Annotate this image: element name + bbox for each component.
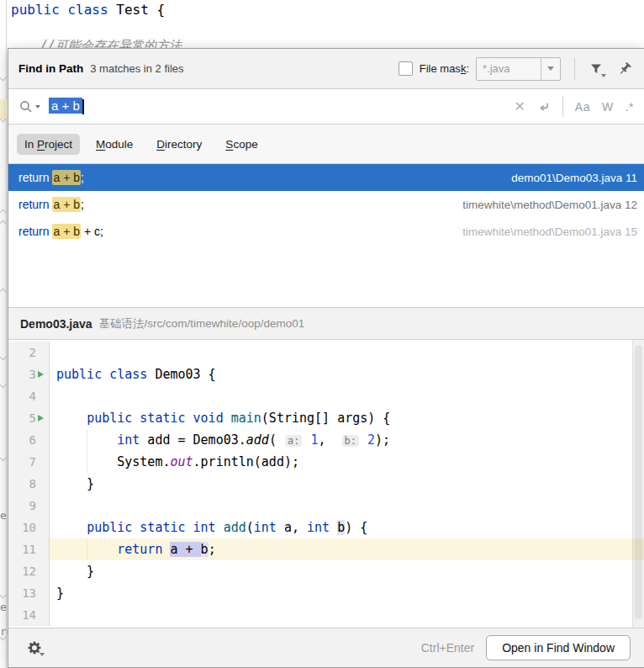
result-match-text: return a + b; bbox=[18, 171, 84, 184]
background-code-line: public class Test { bbox=[11, 1, 165, 19]
result-match-text: return a + b; bbox=[18, 198, 84, 211]
search-field-controls: ✕ Aa W .* bbox=[514, 97, 634, 117]
line-number: 9 bbox=[29, 495, 36, 517]
preview-header: Demo03.java 基础语法/src/com/timewhite/oop/d… bbox=[8, 307, 644, 340]
code-text bbox=[50, 604, 644, 626]
code-line: 11 return a + b; bbox=[8, 538, 644, 560]
result-row[interactable]: return a + b + c;timewhite\method\Demo01… bbox=[8, 218, 644, 245]
code-text: } bbox=[50, 560, 644, 582]
code-line: 10 public static int add(int a, int b) { bbox=[8, 517, 644, 538]
gutter-cell: 12 bbox=[8, 560, 50, 582]
gutter-cell: 13 bbox=[8, 582, 50, 604]
search-input[interactable]: a + b bbox=[49, 98, 84, 114]
gutter-icon-slot bbox=[38, 415, 47, 421]
line-number: 7 bbox=[29, 451, 36, 473]
text-caret bbox=[82, 99, 84, 114]
code-line: 7 System.out.println(add); bbox=[8, 451, 644, 473]
file-mask-checkbox[interactable] bbox=[399, 61, 413, 76]
preview-scrollbar[interactable] bbox=[632, 340, 644, 628]
code-text: public static int add(int a, int b) { bbox=[50, 517, 644, 538]
gear-caret-icon[interactable] bbox=[40, 653, 45, 656]
line-number: 11 bbox=[22, 538, 36, 560]
code-text: } bbox=[50, 473, 644, 495]
settings-gear-icon[interactable] bbox=[24, 637, 45, 659]
footer-right: Ctrl+Enter Open in Find Window bbox=[421, 635, 636, 660]
code-line: 6 int add = Demo03.add( a: 1, b: 2); bbox=[8, 429, 644, 451]
scope-tab-scope[interactable]: Scope bbox=[218, 134, 265, 155]
result-file-path: timewhite\method\Demo01.java 15 bbox=[462, 225, 637, 238]
gutter-cell: 2 bbox=[8, 342, 50, 363]
gutter-cell: 14 bbox=[8, 604, 50, 626]
gutter-cell: 7 bbox=[8, 451, 50, 473]
gutter-cell: 6 bbox=[8, 429, 50, 451]
combobox-arrow[interactable] bbox=[541, 58, 560, 80]
gutter-cell: 5 bbox=[8, 407, 50, 429]
code-text: } bbox=[50, 582, 644, 604]
scope-tabs: In ProjectModuleDirectoryScope bbox=[8, 125, 644, 164]
code-line: 12 } bbox=[8, 560, 644, 582]
whole-words-toggle[interactable]: W bbox=[602, 100, 614, 114]
scope-tab-directory[interactable]: Directory bbox=[149, 134, 209, 155]
code-line: 5 public static void main(String[] args)… bbox=[8, 407, 644, 429]
dialog-title: Find in Path bbox=[18, 62, 83, 75]
code-text: System.out.println(add); bbox=[50, 451, 644, 473]
background-text-fragment: e bbox=[0, 601, 8, 613]
result-row[interactable]: return a + b;timewhite\method\Demo01.jav… bbox=[8, 191, 644, 218]
match-case-toggle[interactable]: Aa bbox=[575, 100, 590, 114]
result-match-text: return a + b + c; bbox=[18, 225, 103, 238]
gutter-cell: 4 bbox=[8, 385, 50, 407]
run-icon[interactable] bbox=[38, 415, 44, 421]
code-preview: 23public class Demo03 {45 public static … bbox=[8, 340, 644, 628]
preview-file-name: Demo03.java bbox=[20, 317, 92, 331]
search-icon[interactable] bbox=[18, 99, 40, 114]
code-line: 3public class Demo03 { bbox=[8, 363, 644, 385]
code-text: return a + b; bbox=[50, 538, 644, 560]
regex-toggle[interactable]: .* bbox=[626, 100, 634, 114]
code-line: 9 bbox=[8, 495, 644, 517]
line-number: 6 bbox=[29, 429, 36, 451]
line-number: 5 bbox=[29, 407, 36, 429]
results-list: return a + b;demo01\Demo03.java 11return… bbox=[8, 164, 644, 307]
search-row: a + b ✕ Aa W .* bbox=[8, 89, 644, 125]
code-line: 2 bbox=[8, 342, 644, 363]
scope-tab-in-project[interactable]: In Project bbox=[17, 134, 80, 155]
file-mask-value: *.java bbox=[477, 62, 541, 75]
line-number: 12 bbox=[22, 560, 36, 582]
shortcut-hint: Ctrl+Enter bbox=[421, 641, 474, 655]
gutter-icon-slot bbox=[38, 371, 47, 378]
code-line: 14 bbox=[8, 604, 644, 626]
code-line: 13} bbox=[8, 582, 644, 604]
code-line: 8 } bbox=[8, 473, 644, 495]
code-text bbox=[50, 342, 644, 363]
pin-icon[interactable] bbox=[614, 58, 636, 80]
result-file-path: demo01\Demo03.java 11 bbox=[511, 172, 637, 184]
run-icon[interactable] bbox=[38, 371, 44, 378]
code-text: int add = Demo03.add( a: 1, b: 2); bbox=[50, 429, 644, 451]
line-number: 14 bbox=[22, 604, 36, 626]
line-number: 4 bbox=[29, 385, 36, 407]
code-line: 4 bbox=[8, 385, 644, 407]
open-in-find-window-button[interactable]: Open in Find Window bbox=[486, 635, 631, 660]
dialog-footer: Ctrl+Enter Open in Find Window bbox=[8, 628, 644, 667]
find-in-path-dialog: Find in Path 3 matches in 2 files File m… bbox=[8, 48, 644, 668]
result-row[interactable]: return a + b;demo01\Demo03.java 11 bbox=[8, 164, 644, 191]
gutter-cell: 11 bbox=[8, 538, 50, 560]
search-options-caret-icon[interactable] bbox=[35, 105, 40, 109]
gutter-cell: 9 bbox=[8, 495, 50, 517]
result-file-path: timewhite\method\Demo01.java 12 bbox=[462, 199, 637, 211]
file-mask-combobox[interactable]: *.java bbox=[476, 57, 561, 81]
gutter-cell: 8 bbox=[8, 473, 50, 495]
line-number: 8 bbox=[29, 473, 36, 495]
search-query: a + b bbox=[49, 98, 82, 114]
code-text bbox=[50, 385, 644, 407]
newline-icon[interactable] bbox=[537, 100, 551, 114]
scrollbar-thumb[interactable] bbox=[635, 345, 642, 619]
gutter-cell: 10 bbox=[8, 517, 50, 538]
filter-icon[interactable] bbox=[585, 58, 607, 80]
line-number: 10 bbox=[22, 517, 36, 538]
file-mask-label: File mask: bbox=[420, 62, 469, 75]
scope-tab-module[interactable]: Module bbox=[88, 134, 140, 155]
clear-search-icon[interactable]: ✕ bbox=[514, 100, 525, 114]
gutter-cell: 3 bbox=[8, 363, 50, 385]
line-number: 2 bbox=[29, 342, 36, 363]
